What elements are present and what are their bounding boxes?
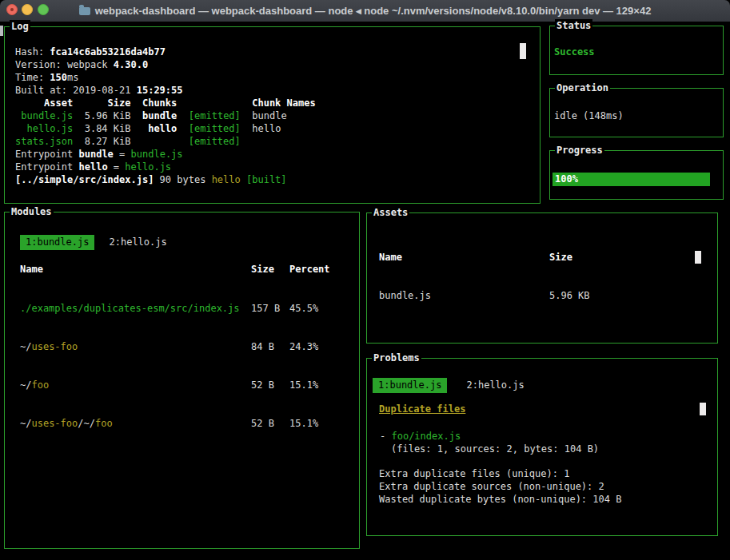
problems-panel-title: Problems	[372, 351, 421, 364]
text-segment: idle (148ms)	[554, 110, 624, 121]
progress-percent: 100%	[552, 173, 578, 186]
operation-panel: Operation idle (148ms)	[549, 88, 724, 137]
text-segment: hello	[148, 123, 177, 134]
status-panel-title: Status	[555, 19, 592, 32]
terminal-line: Entrypoint hello = hello.js	[15, 161, 316, 173]
text-segment: Version: webpack	[15, 59, 114, 70]
problem-summary-line: Extra duplicate files (unique): 1	[379, 467, 569, 480]
progress-bar: 100%	[552, 173, 710, 186]
window-title: webpack-dashboard — webpack-dashboard — …	[79, 5, 652, 17]
text-segment: fca14c6ab53216da4b77	[50, 46, 166, 58]
assets-scrollbar-thumb[interactable]	[695, 251, 701, 264]
status-panel: Status Success	[549, 26, 724, 75]
text-segment	[177, 110, 188, 121]
titlebar: webpack-dashboard — webpack-dashboard — …	[0, 0, 730, 22]
text-segment: 3.84 KiB	[73, 123, 148, 134]
problems-tabbar: 1:bundle.js2:hello.js	[373, 378, 525, 393]
operation-panel-title: Operation	[555, 81, 610, 94]
terminal-line: Success	[554, 46, 595, 58]
text-segment: =	[114, 149, 131, 160]
asset-name: bundle.js	[379, 289, 431, 302]
text-segment: [emitted]	[189, 110, 241, 121]
log-scrollbar-thumb[interactable]	[520, 43, 526, 59]
close-button[interactable]	[6, 4, 18, 15]
text-segment: bundle.js	[21, 110, 73, 121]
modules-header-name: Name	[20, 263, 43, 276]
modules-tabbar: 1:bundle.js2:hello.js	[20, 235, 167, 250]
text-segment: ~/	[20, 379, 31, 391]
log-panel-title: Log	[10, 20, 30, 33]
text-segment: bundle	[78, 149, 113, 160]
modules-panel-title: Modules	[10, 205, 54, 218]
tab-2-hello-js[interactable]: 2:hello.js	[466, 378, 524, 393]
window-title-text: webpack-dashboard — webpack-dashboard — …	[95, 5, 652, 17]
operation-text: idle (148ms)	[554, 109, 624, 122]
problem-file-line: - foo/index.js	[380, 430, 461, 443]
text-segment: foo/index.js	[391, 431, 461, 442]
cursor-artifact	[0, 26, 3, 36]
text-segment: stats.json	[15, 136, 73, 147]
text-segment: Entrypoint	[15, 149, 78, 160]
module-percent: 15.1%	[289, 417, 318, 430]
text-segment: 5.96 KiB	[73, 110, 142, 121]
tab-1-bundle-js[interactable]: 1:bundle.js	[20, 235, 94, 250]
assets-panel-title: Assets	[372, 206, 409, 219]
text-segment: foo	[95, 418, 113, 429]
terminal-line: Built at: 2019-08-21 15:29:55	[15, 84, 316, 97]
module-size: 84 B	[251, 340, 274, 353]
terminal-line: bundle.js 5.96 KiB bundle [emitted] bund…	[15, 109, 316, 122]
text-segment: uses-foo	[31, 341, 78, 352]
problem-detail-line: (files: 1, sources: 2, bytes: 104 B)	[391, 443, 599, 455]
module-size: 52 B	[251, 379, 274, 391]
progress-panel: Progress 100%	[549, 150, 724, 200]
text-segment: 8.27 KiB	[73, 136, 189, 147]
tab-1-bundle-js[interactable]: 1:bundle.js	[373, 378, 447, 393]
modules-header-percent: Percent	[289, 263, 330, 276]
duplicate-files-link[interactable]: Duplicate files	[379, 403, 465, 415]
terminal-line: Entrypoint bundle = bundle.js	[15, 148, 316, 161]
text-segment: Hash:	[15, 46, 50, 58]
terminal-line: stats.json 8.27 KiB [emitted]	[15, 135, 316, 148]
text-segment: Built at: 2019-08-21	[15, 85, 137, 96]
text-segment: foo	[31, 379, 49, 391]
progress-panel-title: Progress	[555, 144, 604, 157]
text-segment: ./examples/duplicates-esm/src/index.js	[20, 303, 240, 314]
terminal-line: idle (148ms)	[554, 109, 624, 122]
text-segment: bundle	[241, 110, 287, 121]
text-segment: ms	[67, 72, 78, 83]
text-segment: hello	[212, 174, 241, 185]
text-segment	[177, 123, 188, 134]
text-segment: 15:29:55	[137, 85, 183, 96]
module-name: ./examples/duplicates-esm/src/index.js	[20, 302, 240, 315]
modules-header-size: Size	[251, 263, 274, 276]
module-name: ~/uses-foo/~/foo	[20, 417, 113, 430]
text-segment: Entrypoint	[15, 161, 78, 173]
text-segment: [built]	[246, 174, 287, 185]
text-segment: /~/	[78, 418, 95, 429]
log-panel: Log Hash: fca14c6ab53216da4b77Version: w…	[4, 26, 541, 204]
module-size: 52 B	[251, 417, 274, 430]
text-segment	[241, 174, 246, 185]
tab-2-hello-js[interactable]: 2:hello.js	[109, 235, 166, 250]
text-segment: ~/	[20, 341, 31, 352]
text-segment: =	[108, 161, 126, 173]
problems-scrollbar-thumb[interactable]	[700, 403, 706, 415]
text-segment: hello.js	[125, 161, 171, 173]
terminal-line: hello.js 3.84 KiB hello [emitted] hello	[15, 122, 316, 135]
text-segment: [emitted]	[189, 123, 241, 134]
text-segment: Success	[554, 46, 595, 58]
text-segment: hello	[241, 123, 281, 134]
text-segment: Time:	[15, 72, 50, 83]
terminal-line: Asset Size Chunks Chunk Names	[15, 97, 316, 109]
problem-summary-line: Wasted duplicate bytes (non-unique): 104…	[379, 493, 621, 506]
zoom-button[interactable]	[38, 4, 49, 15]
terminal-line: Version: webpack 4.30.0	[15, 58, 316, 71]
assets-header-size: Size	[549, 251, 572, 264]
terminal-window: webpack-dashboard — webpack-dashboard — …	[0, 0, 730, 560]
log-lines: Hash: fca14c6ab53216da4b77Version: webpa…	[15, 46, 316, 186]
text-segment: [../simple/src/index.js]	[15, 174, 154, 185]
problems-panel: Problems 1:bundle.js2:hello.js Duplicate…	[366, 358, 718, 536]
minimize-button[interactable]	[22, 4, 33, 15]
asset-size: 5.96 KB	[549, 289, 590, 302]
module-percent: 45.5%	[289, 302, 318, 315]
